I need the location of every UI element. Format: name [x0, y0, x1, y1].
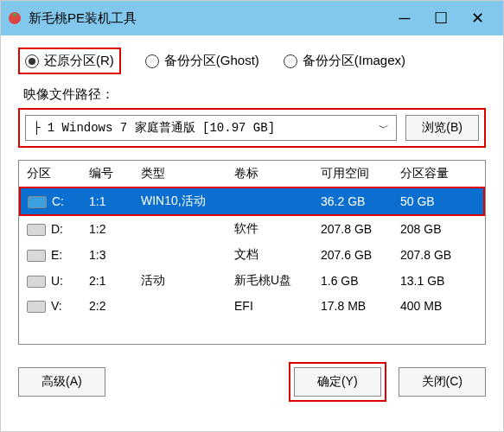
cell-free: 207.6 GB: [314, 242, 393, 268]
table-header-row: 分区 编号 类型 卷标 可用空间 分区容量: [20, 161, 484, 187]
disk-icon: [27, 224, 46, 236]
restore-radio-label: 还原分区(R): [44, 53, 114, 69]
cell-drive: V:: [51, 299, 62, 313]
chevron-down-icon: ﹀: [379, 121, 389, 136]
footer-buttons: 高级(A) 确定(Y) 关闭(C): [18, 357, 486, 412]
app-window: 新毛桃PE装机工具 ─ ☐ ✕ 还原分区(R) 备份分区(Ghost) 备份分区…: [0, 0, 504, 432]
cell-capacity: 207.8 GB: [393, 242, 484, 268]
cell-number: 1:2: [82, 215, 134, 242]
cell-number: 1:1: [82, 187, 134, 215]
radio-unchecked-icon: [145, 54, 159, 68]
col-type[interactable]: 类型: [134, 161, 227, 187]
cell-capacity: 400 MB: [393, 294, 484, 318]
cell-number: 2:2: [82, 294, 134, 318]
cell-capacity: 50 GB: [393, 187, 484, 215]
cell-label: 文档: [227, 242, 314, 268]
app-icon: [8, 11, 22, 25]
cell-type: WIN10,活动: [134, 187, 227, 215]
backup-ghost-radio[interactable]: 备份分区(Ghost): [145, 53, 259, 69]
table-row[interactable]: E: 1:3 文档 207.6 GB 207.8 GB: [20, 242, 484, 268]
table-empty-space: [20, 318, 484, 344]
col-free[interactable]: 可用空间: [314, 161, 393, 187]
partition-table-wrap: 分区 编号 类型 卷标 可用空间 分区容量 C: 1:1 WIN10,活动 3: [18, 160, 486, 345]
col-drive[interactable]: 分区: [20, 161, 82, 187]
table-row[interactable]: D: 1:2 软件 207.8 GB 208 GB: [20, 215, 484, 242]
close-window-button[interactable]: ✕: [467, 8, 488, 29]
image-select[interactable]: ├ 1 Windows 7 家庭普通版 [10.97 GB] ﹀: [25, 115, 397, 141]
col-label[interactable]: 卷标: [227, 161, 314, 187]
cell-drive: C:: [52, 194, 64, 208]
disk-icon: [28, 196, 47, 208]
minimize-button[interactable]: ─: [394, 8, 415, 29]
col-capacity[interactable]: 分区容量: [393, 161, 484, 187]
cell-label: 软件: [227, 215, 314, 242]
cell-type: [134, 294, 227, 318]
table-body: C: 1:1 WIN10,活动 36.2 GB 50 GB D: 1:2 软件 …: [20, 187, 484, 344]
cell-drive: E:: [51, 248, 62, 262]
backup-imagex-radio[interactable]: 备份分区(Imagex): [284, 53, 405, 69]
radio-checked-icon: [25, 54, 39, 68]
cell-label: EFI: [227, 294, 314, 318]
col-number[interactable]: 编号: [82, 161, 134, 187]
mode-radio-group: 还原分区(R) 备份分区(Ghost) 备份分区(Imagex): [18, 48, 486, 74]
image-path-section: 映像文件路径： ├ 1 Windows 7 家庭普通版 [10.97 GB] ﹀…: [18, 86, 486, 148]
table-row[interactable]: U: 2:1 活动 新毛桃U盘 1.6 GB 13.1 GB: [20, 268, 484, 294]
cell-free: 36.2 GB: [314, 187, 393, 215]
cell-number: 1:3: [82, 242, 134, 268]
cell-type: [134, 215, 227, 242]
table-row[interactable]: V: 2:2 EFI 17.8 MB 400 MB: [20, 294, 484, 318]
image-path-label: 映像文件路径：: [23, 86, 486, 103]
titlebar: 新毛桃PE装机工具 ─ ☐ ✕: [1, 1, 503, 35]
cell-capacity: 13.1 GB: [393, 268, 484, 294]
backup-ghost-label: 备份分区(Ghost): [164, 53, 259, 69]
cell-free: 1.6 GB: [314, 268, 393, 294]
close-button[interactable]: 关闭(C): [399, 367, 486, 397]
ok-button[interactable]: 确定(Y): [294, 367, 381, 397]
maximize-button[interactable]: ☐: [431, 8, 451, 29]
ok-highlight-box: 确定(Y): [289, 362, 386, 402]
svg-point-1: [13, 13, 16, 16]
image-path-row: ├ 1 Windows 7 家庭普通版 [10.97 GB] ﹀ 浏览(B): [18, 108, 486, 148]
content-area: 还原分区(R) 备份分区(Ghost) 备份分区(Imagex) 映像文件路径：…: [1, 35, 503, 431]
cell-drive: D:: [51, 222, 63, 236]
cell-number: 2:1: [82, 268, 134, 294]
cell-drive: U:: [51, 274, 63, 288]
partition-table: 分区 编号 类型 卷标 可用空间 分区容量 C: 1:1 WIN10,活动 3: [19, 161, 485, 344]
disk-icon: [27, 301, 46, 313]
cell-label: 新毛桃U盘: [227, 268, 314, 294]
cell-type: 活动: [134, 268, 227, 294]
restore-partition-radio[interactable]: 还原分区(R): [25, 53, 114, 69]
cell-free: 17.8 MB: [314, 294, 393, 318]
window-controls: ─ ☐ ✕: [394, 8, 488, 29]
advanced-button[interactable]: 高级(A): [18, 367, 105, 397]
table-row[interactable]: C: 1:1 WIN10,活动 36.2 GB 50 GB: [20, 187, 484, 215]
cell-free: 207.8 GB: [314, 215, 393, 242]
radio-unchecked-icon: [284, 54, 297, 68]
image-select-value: ├ 1 Windows 7 家庭普通版 [10.97 GB]: [33, 120, 275, 136]
cell-capacity: 208 GB: [393, 215, 484, 242]
window-title: 新毛桃PE装机工具: [29, 10, 394, 27]
restore-highlight-box: 还原分区(R): [18, 48, 121, 74]
disk-icon: [27, 276, 46, 288]
backup-imagex-label: 备份分区(Imagex): [303, 53, 405, 69]
disk-icon: [27, 250, 46, 262]
cell-type: [134, 242, 227, 268]
cell-label: [227, 187, 314, 215]
browse-button[interactable]: 浏览(B): [405, 115, 479, 141]
